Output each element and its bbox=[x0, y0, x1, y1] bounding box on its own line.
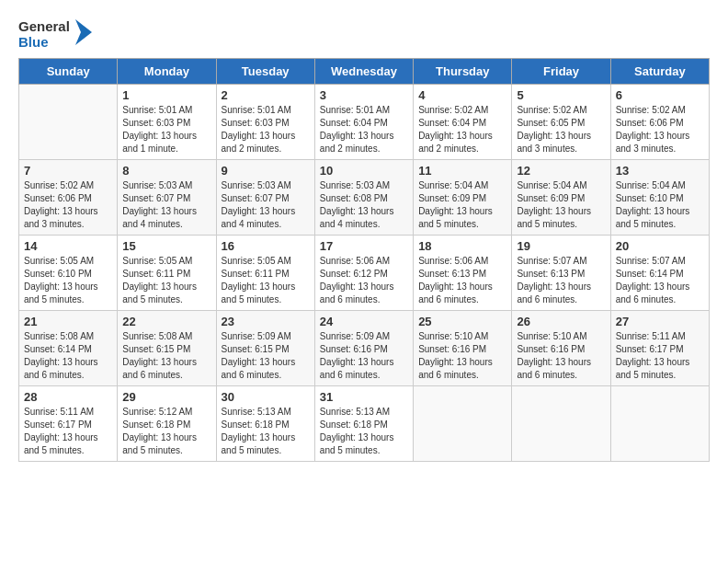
day-cell-25: 25Sunrise: 5:10 AM Sunset: 6:16 PM Dayli… bbox=[414, 310, 512, 385]
day-info-19: Sunrise: 5:07 AM Sunset: 6:13 PM Dayligh… bbox=[517, 255, 605, 306]
day-cell-15: 15Sunrise: 5:05 AM Sunset: 6:11 PM Dayli… bbox=[118, 235, 216, 310]
day-cell-10: 10Sunrise: 5:03 AM Sunset: 6:08 PM Dayli… bbox=[314, 159, 413, 235]
day-info-27: Sunrise: 5:11 AM Sunset: 6:17 PM Dayligh… bbox=[616, 330, 704, 382]
day-info-11: Sunrise: 5:04 AM Sunset: 6:09 PM Dayligh… bbox=[418, 179, 506, 231]
day-cell-18: 18Sunrise: 5:06 AM Sunset: 6:13 PM Dayli… bbox=[414, 235, 512, 310]
day-number-16: 16 bbox=[222, 239, 310, 253]
day-info-22: Sunrise: 5:08 AM Sunset: 6:15 PM Dayligh… bbox=[122, 330, 210, 382]
logo-blue-text: Blue bbox=[18, 34, 70, 50]
weekday-header-sunday: Sunday bbox=[19, 58, 118, 84]
day-cell-17: 17Sunrise: 5:06 AM Sunset: 6:12 PM Dayli… bbox=[314, 235, 413, 310]
day-info-7: Sunrise: 5:02 AM Sunset: 6:06 PM Dayligh… bbox=[24, 179, 112, 231]
day-info-15: Sunrise: 5:05 AM Sunset: 6:11 PM Dayligh… bbox=[122, 255, 210, 306]
day-info-29: Sunrise: 5:12 AM Sunset: 6:18 PM Dayligh… bbox=[122, 406, 210, 457]
logo-arrow-icon bbox=[72, 19, 92, 45]
day-cell-28: 28Sunrise: 5:11 AM Sunset: 6:17 PM Dayli… bbox=[19, 385, 118, 461]
day-info-28: Sunrise: 5:11 AM Sunset: 6:17 PM Dayligh… bbox=[24, 406, 112, 457]
day-number-19: 19 bbox=[517, 239, 605, 253]
day-cell-26: 26Sunrise: 5:10 AM Sunset: 6:16 PM Dayli… bbox=[512, 310, 610, 385]
day-info-17: Sunrise: 5:06 AM Sunset: 6:12 PM Dayligh… bbox=[320, 255, 408, 306]
day-info-6: Sunrise: 5:02 AM Sunset: 6:06 PM Dayligh… bbox=[616, 104, 704, 155]
svg-marker-0 bbox=[75, 19, 92, 45]
day-number-3: 3 bbox=[320, 88, 408, 102]
day-number-10: 10 bbox=[320, 164, 408, 178]
day-cell-27: 27Sunrise: 5:11 AM Sunset: 6:17 PM Dayli… bbox=[610, 310, 709, 385]
weekday-header-thursday: Thursday bbox=[414, 58, 512, 84]
day-info-31: Sunrise: 5:13 AM Sunset: 6:18 PM Dayligh… bbox=[320, 406, 408, 457]
logo: General Blue bbox=[18, 18, 92, 51]
logo-general-text: General bbox=[18, 18, 70, 34]
day-info-16: Sunrise: 5:05 AM Sunset: 6:11 PM Dayligh… bbox=[222, 255, 310, 306]
day-info-2: Sunrise: 5:01 AM Sunset: 6:03 PM Dayligh… bbox=[222, 104, 310, 155]
day-cell-1: 1Sunrise: 5:01 AM Sunset: 6:03 PM Daylig… bbox=[118, 84, 216, 159]
day-number-14: 14 bbox=[24, 239, 112, 253]
day-number-8: 8 bbox=[122, 164, 210, 178]
day-cell-21: 21Sunrise: 5:08 AM Sunset: 6:14 PM Dayli… bbox=[19, 310, 118, 385]
week-row-5: 28Sunrise: 5:11 AM Sunset: 6:17 PM Dayli… bbox=[19, 385, 710, 461]
weekday-header-saturday: Saturday bbox=[610, 58, 709, 84]
week-row-1: 1Sunrise: 5:01 AM Sunset: 6:03 PM Daylig… bbox=[19, 84, 710, 159]
day-info-12: Sunrise: 5:04 AM Sunset: 6:09 PM Dayligh… bbox=[517, 179, 605, 231]
day-info-9: Sunrise: 5:03 AM Sunset: 6:07 PM Dayligh… bbox=[222, 179, 310, 231]
day-number-23: 23 bbox=[222, 315, 310, 328]
day-cell-8: 8Sunrise: 5:03 AM Sunset: 6:07 PM Daylig… bbox=[118, 159, 216, 235]
weekday-header-row: SundayMondayTuesdayWednesdayThursdayFrid… bbox=[19, 58, 710, 84]
week-row-4: 21Sunrise: 5:08 AM Sunset: 6:14 PM Dayli… bbox=[19, 310, 710, 385]
day-cell-12: 12Sunrise: 5:04 AM Sunset: 6:09 PM Dayli… bbox=[512, 159, 610, 235]
day-cell-20: 20Sunrise: 5:07 AM Sunset: 6:14 PM Dayli… bbox=[610, 235, 709, 310]
day-cell-11: 11Sunrise: 5:04 AM Sunset: 6:09 PM Dayli… bbox=[414, 159, 512, 235]
day-number-7: 7 bbox=[24, 164, 112, 178]
weekday-header-friday: Friday bbox=[512, 58, 610, 84]
day-number-21: 21 bbox=[24, 315, 112, 328]
calendar-table: SundayMondayTuesdayWednesdayThursdayFrid… bbox=[18, 58, 710, 462]
day-cell-13: 13Sunrise: 5:04 AM Sunset: 6:10 PM Dayli… bbox=[610, 159, 709, 235]
day-info-18: Sunrise: 5:06 AM Sunset: 6:13 PM Dayligh… bbox=[418, 255, 506, 306]
day-number-31: 31 bbox=[320, 390, 408, 404]
day-cell-7: 7Sunrise: 5:02 AM Sunset: 6:06 PM Daylig… bbox=[19, 159, 118, 235]
day-info-25: Sunrise: 5:10 AM Sunset: 6:16 PM Dayligh… bbox=[418, 330, 506, 382]
day-info-21: Sunrise: 5:08 AM Sunset: 6:14 PM Dayligh… bbox=[24, 330, 112, 382]
week-row-2: 7Sunrise: 5:02 AM Sunset: 6:06 PM Daylig… bbox=[19, 159, 710, 235]
day-cell-9: 9Sunrise: 5:03 AM Sunset: 6:07 PM Daylig… bbox=[216, 159, 314, 235]
day-info-3: Sunrise: 5:01 AM Sunset: 6:04 PM Dayligh… bbox=[320, 104, 408, 155]
day-number-2: 2 bbox=[222, 88, 310, 102]
day-number-24: 24 bbox=[320, 315, 408, 328]
day-cell-empty bbox=[414, 385, 512, 461]
day-cell-16: 16Sunrise: 5:05 AM Sunset: 6:11 PM Dayli… bbox=[216, 235, 314, 310]
weekday-header-wednesday: Wednesday bbox=[314, 58, 413, 84]
day-number-30: 30 bbox=[222, 390, 310, 404]
day-number-5: 5 bbox=[517, 88, 605, 102]
day-number-15: 15 bbox=[122, 239, 210, 253]
day-number-20: 20 bbox=[616, 239, 704, 253]
day-number-4: 4 bbox=[418, 88, 506, 102]
day-number-9: 9 bbox=[222, 164, 310, 178]
day-number-17: 17 bbox=[320, 239, 408, 253]
week-row-3: 14Sunrise: 5:05 AM Sunset: 6:10 PM Dayli… bbox=[19, 235, 710, 310]
day-number-12: 12 bbox=[517, 164, 605, 178]
day-info-5: Sunrise: 5:02 AM Sunset: 6:05 PM Dayligh… bbox=[517, 104, 605, 155]
day-cell-empty bbox=[512, 385, 610, 461]
day-cell-empty bbox=[610, 385, 709, 461]
day-cell-14: 14Sunrise: 5:05 AM Sunset: 6:10 PM Dayli… bbox=[19, 235, 118, 310]
day-info-1: Sunrise: 5:01 AM Sunset: 6:03 PM Dayligh… bbox=[122, 104, 210, 155]
day-cell-4: 4Sunrise: 5:02 AM Sunset: 6:04 PM Daylig… bbox=[414, 84, 512, 159]
day-number-25: 25 bbox=[418, 315, 506, 328]
day-cell-6: 6Sunrise: 5:02 AM Sunset: 6:06 PM Daylig… bbox=[610, 84, 709, 159]
day-info-26: Sunrise: 5:10 AM Sunset: 6:16 PM Dayligh… bbox=[517, 330, 605, 382]
day-number-28: 28 bbox=[24, 390, 112, 404]
logo-area: General Blue bbox=[18, 18, 92, 51]
day-info-20: Sunrise: 5:07 AM Sunset: 6:14 PM Dayligh… bbox=[616, 255, 704, 306]
day-info-4: Sunrise: 5:02 AM Sunset: 6:04 PM Dayligh… bbox=[418, 104, 506, 155]
header: General Blue bbox=[18, 18, 710, 51]
day-number-29: 29 bbox=[122, 390, 210, 404]
day-cell-29: 29Sunrise: 5:12 AM Sunset: 6:18 PM Dayli… bbox=[118, 385, 216, 461]
day-info-8: Sunrise: 5:03 AM Sunset: 6:07 PM Dayligh… bbox=[122, 179, 210, 231]
day-number-27: 27 bbox=[616, 315, 704, 328]
day-cell-24: 24Sunrise: 5:09 AM Sunset: 6:16 PM Dayli… bbox=[314, 310, 413, 385]
day-number-18: 18 bbox=[418, 239, 506, 253]
day-cell-31: 31Sunrise: 5:13 AM Sunset: 6:18 PM Dayli… bbox=[314, 385, 413, 461]
day-cell-2: 2Sunrise: 5:01 AM Sunset: 6:03 PM Daylig… bbox=[216, 84, 314, 159]
day-cell-3: 3Sunrise: 5:01 AM Sunset: 6:04 PM Daylig… bbox=[314, 84, 413, 159]
day-cell-22: 22Sunrise: 5:08 AM Sunset: 6:15 PM Dayli… bbox=[118, 310, 216, 385]
day-info-30: Sunrise: 5:13 AM Sunset: 6:18 PM Dayligh… bbox=[222, 406, 310, 457]
